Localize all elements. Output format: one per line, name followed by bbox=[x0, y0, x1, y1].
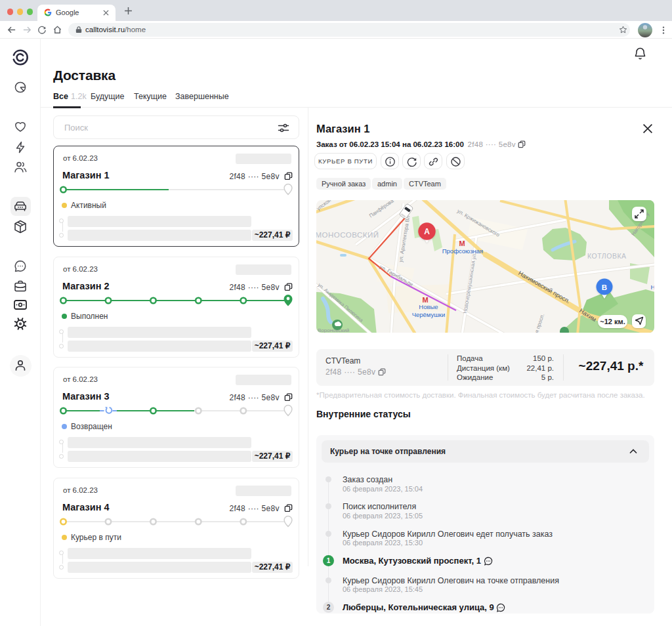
svg-text:Профсоюзная: Профсоюзная bbox=[442, 247, 484, 255]
svg-text:М: М bbox=[459, 240, 465, 247]
svg-text:Черёмушки: Черёмушки bbox=[412, 311, 446, 318]
svg-text:B: B bbox=[602, 283, 607, 291]
svg-text:Н: Н bbox=[651, 283, 654, 291]
svg-text:~12 км.: ~12 км. bbox=[600, 318, 625, 325]
svg-text:Новые: Новые bbox=[419, 303, 438, 310]
svg-text:A: A bbox=[424, 227, 430, 236]
svg-text:КОТЛОВКА: КОТЛОВКА bbox=[587, 252, 627, 260]
svg-text:ЛОМОНОСОВСКИЙ: ЛОМОНОСОВСКИЙ bbox=[316, 231, 379, 239]
